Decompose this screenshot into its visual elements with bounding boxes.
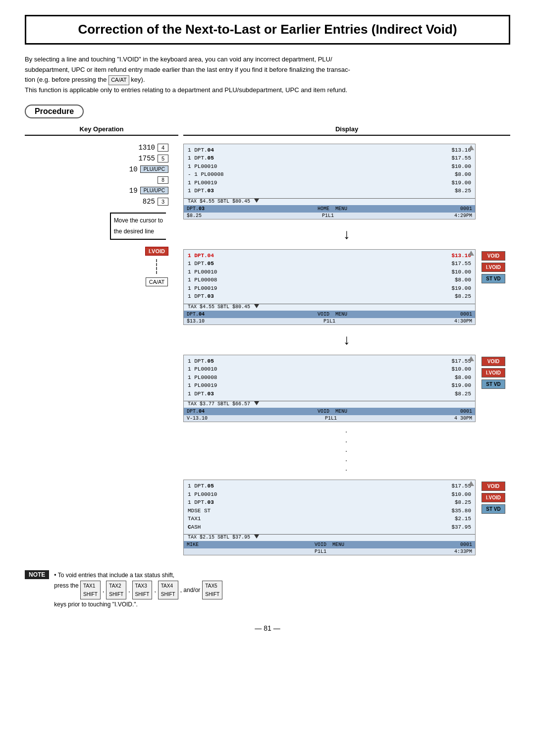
key-num-1: 1310 — [138, 144, 155, 152]
intro-text: By selecting a line and touching "I.VOID… — [25, 54, 510, 96]
screen-2-items: 1 DPT.04$13.10 1 DPT.05$17.55 1 PL00010$… — [184, 250, 475, 303]
s4-item-4: MDSE ST$35.80 — [188, 507, 471, 515]
key-operation-header: Key Operation — [25, 125, 178, 136]
s3-item-1: 1 DPT.05$17.55 — [188, 357, 471, 366]
page-number: — 81 — — [25, 624, 510, 632]
s1-value: $8.25P1L14:29PM — [184, 213, 475, 219]
screen-3-items: 1 DPT.05$17.55 1 PL00010$10.00 1 PL00008… — [184, 355, 475, 400]
screen-4-wrapper: 1 DPT.05$17.55 1 PL00010$10.00 1 DPT.03$… — [183, 480, 476, 555]
s1-item-4: - 1 PL00008$8.00 — [188, 170, 471, 179]
s3-item-3: 1 PL00008$8.00 — [188, 374, 471, 382]
key-box-2: 5 — [158, 155, 168, 162]
cursor-text-1: Move the cursor to — [114, 216, 163, 226]
s2-item-1: 1 DPT.04$13.10 — [188, 252, 471, 260]
void-btn-3[interactable]: VOID — [482, 357, 505, 366]
key-num-6: 825 — [143, 198, 155, 206]
note-line2: press the TAX1SHIFT , TAX2SHIFT , TAX3SH… — [54, 581, 222, 599]
procedure-section: 1310 4 1755 5 10 PLU/UPC 8 19 PLU/UPC — [25, 144, 510, 555]
key-op-section: 1310 4 1755 5 10 PLU/UPC 8 19 PLU/UPC — [25, 144, 178, 286]
s1-item-1: 1 DPT.04$13.10 — [188, 146, 471, 155]
s4-status: MIKEVOID MENU0001 — [184, 541, 475, 548]
s2-value: $13.10P1L14:30PM — [184, 318, 475, 324]
screen-1: 1 DPT.04$13.10 1 DPT.05$17.55 1 PL00010$… — [183, 144, 476, 219]
s2-item-2: 1 DPT.05$17.55 — [188, 260, 471, 268]
ivoid-key: I.VOID — [145, 247, 168, 256]
s4-item-1: 1 DPT.05$17.55 — [188, 482, 471, 490]
s1-item-2: 1 DPT.05$17.55 — [188, 154, 471, 162]
s3-buttons: VOID I.VOID ST VD — [482, 357, 505, 389]
ivoid-btn-2[interactable]: I.VOID — [482, 263, 505, 272]
key-row-6: 825 3 — [143, 198, 168, 206]
note-line3: keys prior to touching "I.VOID.". — [54, 599, 222, 609]
key-operation-col: 1310 4 1755 5 10 PLU/UPC 8 19 PLU/UPC — [25, 144, 178, 555]
note-content: • To void entries that include a tax sta… — [54, 570, 222, 609]
key-num-3: 10 — [129, 165, 138, 173]
screen-2: 1 DPT.04$13.10 1 DPT.05$17.55 1 PL00010$… — [183, 249, 476, 325]
s4-tax: TAX $2.15 SBTL $37.95 — [184, 534, 475, 541]
tax4-key: TAX4SHIFT — [158, 581, 178, 599]
screen-1-items: 1 DPT.04$13.10 1 DPT.05$17.55 1 PL00010$… — [184, 144, 475, 197]
key-row-3: 10 PLU/UPC — [129, 165, 168, 173]
key-row-4: 8 — [158, 176, 168, 184]
screen-1-wrapper: 1 DPT.04$13.10 1 DPT.05$17.55 1 PL00010$… — [183, 144, 476, 219]
display-header: Display — [183, 125, 510, 136]
s4-buttons: VOID I.VOID ST VD — [482, 482, 505, 514]
s3-item-5: 1 DPT.03$8.25 — [188, 390, 471, 398]
ivoid-section: I.VOID CA/AT — [145, 247, 168, 286]
s1-item-6: 1 DPT.03$8.25 — [188, 187, 471, 195]
screen-4-items: 1 DPT.05$17.55 1 PL00010$10.00 1 DPT.03$… — [184, 480, 475, 533]
s4-item-2: 1 PL00010$10.00 — [188, 490, 471, 499]
s1-item-5: 1 PL00019$19.00 — [188, 179, 471, 187]
cursor-bracket: Move the cursor to the desired line — [110, 213, 166, 240]
ivoid-btn-3[interactable]: I.VOID — [482, 368, 505, 378]
stvd-btn-3[interactable]: ST VD — [482, 379, 505, 389]
stvd-btn-2[interactable]: ST VD — [482, 274, 505, 283]
display-screens: 1 DPT.04$13.10 1 DPT.05$17.55 1 PL00010$… — [183, 144, 510, 555]
page-title: Correction of the Next-to-Last or Earlie… — [25, 15, 510, 45]
key-num-5: 19 — [129, 187, 138, 195]
caat-key: CA/AT — [108, 75, 129, 85]
s2-item-4: 1 PL00008$8.00 — [188, 276, 471, 284]
stvd-btn-4[interactable]: ST VD — [482, 504, 505, 514]
screen-3: 1 DPT.05$17.55 1 PL00010$10.00 1 PL00008… — [183, 355, 476, 423]
s4-value: P1L14:33PM — [184, 548, 475, 555]
dotted-divider — [156, 259, 157, 274]
void-btn-2[interactable]: VOID — [482, 251, 505, 261]
tax2-key: TAX2SHIFT — [106, 581, 126, 599]
arrow-1: ↓ — [183, 227, 510, 241]
note-line1: • To void entries that include a tax sta… — [54, 570, 222, 580]
s3-item-4: 1 PL00019$19.00 — [188, 381, 471, 390]
ivoid-btn-4[interactable]: I.VOID — [482, 493, 505, 502]
note-keys: TAX1SHIFT , TAX2SHIFT , TAX3SHIFT , TAX4… — [80, 581, 222, 599]
key-box-plu1: PLU/UPC — [140, 165, 168, 173]
column-headers: Key Operation Display — [25, 125, 510, 141]
screen-3-wrapper: 1 DPT.05$17.55 1 PL00010$10.00 1 PL00008… — [183, 355, 476, 423]
s4-item-6: CASH$37.95 — [188, 523, 471, 532]
cursor-bracket-row: Move the cursor to the desired line — [110, 213, 168, 240]
s2-buttons: VOID I.VOID ST VD — [482, 251, 505, 283]
scroll-up-indicator-2 — [468, 251, 474, 256]
key-row-2: 1755 5 — [138, 155, 168, 162]
key-box-plu2: PLU/UPC — [140, 187, 168, 194]
key-row-1: 1310 4 — [138, 144, 168, 152]
s1-status: DPT.03HOME MENU0001 — [184, 205, 475, 213]
s1-tax: TAX $4.55 SBTL $80.45 — [184, 198, 475, 205]
tax3-key: TAX3SHIFT — [132, 581, 153, 599]
caat-key-btn: CA/AT — [146, 277, 168, 286]
key-box-1: 4 — [158, 144, 168, 152]
s4-item-5: TAX1$2.15 — [188, 515, 471, 523]
procedure-label: Procedure — [25, 105, 84, 118]
note-section: NOTE • To void entries that include a ta… — [25, 570, 510, 609]
note-label: NOTE — [25, 570, 49, 579]
s3-item-2: 1 PL00010$10.00 — [188, 365, 471, 374]
s3-tax: TAX $3.77 SBTL $66.57 — [184, 401, 475, 408]
scroll-up-indicator-1 — [468, 145, 474, 150]
s2-status: DPT.04VOID MENU0001 — [184, 311, 475, 318]
cursor-text-2: the desired line — [114, 226, 163, 237]
tax1-key: TAX1SHIFT — [80, 581, 101, 599]
s2-item-3: 1 PL00010$10.00 — [188, 268, 471, 276]
s2-item-6: 1 DPT.03$8.25 — [188, 292, 471, 301]
key-num-2: 1755 — [138, 155, 155, 162]
s2-item-5: 1 PL00019$19.00 — [188, 284, 471, 293]
void-btn-4[interactable]: VOID — [482, 482, 505, 491]
